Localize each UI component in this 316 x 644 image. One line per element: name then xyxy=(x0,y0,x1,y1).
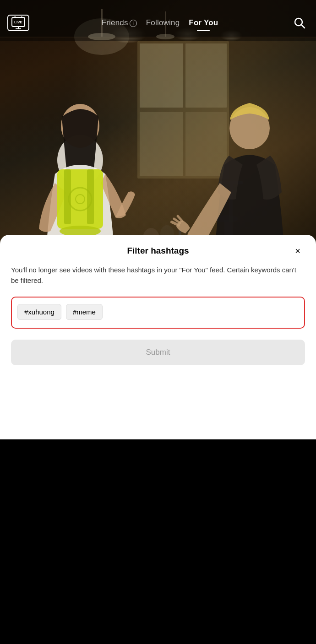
filter-hashtags-sheet: Filter hashtags × You'll no longer see v… xyxy=(0,235,316,439)
sheet-description: You'll no longer see videos with these h… xyxy=(11,265,305,286)
svg-text:LIVE: LIVE xyxy=(14,20,22,24)
search-icon xyxy=(294,17,305,29)
svg-line-59 xyxy=(301,25,305,28)
svg-rect-11 xyxy=(140,112,183,176)
close-button[interactable]: × xyxy=(290,244,305,258)
nav-tabs: Friendsi Following For You xyxy=(29,18,290,27)
tab-for-you[interactable]: For You xyxy=(189,18,218,27)
video-feed: LIVE Friendsi Following For You xyxy=(0,0,316,439)
hashtag-tag-xuhuong[interactable]: #xuhuong xyxy=(17,304,61,320)
friends-info-icon: i xyxy=(130,20,137,27)
svg-rect-38 xyxy=(64,169,71,224)
hashtag-input-area[interactable]: #xuhuong #meme xyxy=(11,297,305,329)
svg-rect-9 xyxy=(140,43,183,108)
top-navigation: LIVE Friendsi Following For You xyxy=(0,0,316,41)
sheet-header: Filter hashtags × xyxy=(11,246,305,256)
svg-line-47 xyxy=(178,216,182,221)
svg-rect-39 xyxy=(87,169,94,224)
sheet-title: Filter hashtags xyxy=(127,246,189,256)
svg-rect-12 xyxy=(185,112,227,176)
tab-friends[interactable]: Friendsi xyxy=(102,18,137,27)
hashtag-tag-meme[interactable]: #meme xyxy=(66,304,103,320)
submit-button[interactable]: Submit xyxy=(11,340,305,365)
live-tv-icon: LIVE xyxy=(11,16,26,29)
svg-rect-10 xyxy=(185,43,227,108)
search-button[interactable] xyxy=(290,14,309,32)
tab-following[interactable]: Following xyxy=(146,18,180,27)
bottom-spacer xyxy=(11,365,305,379)
live-badge[interactable]: LIVE xyxy=(7,15,29,31)
